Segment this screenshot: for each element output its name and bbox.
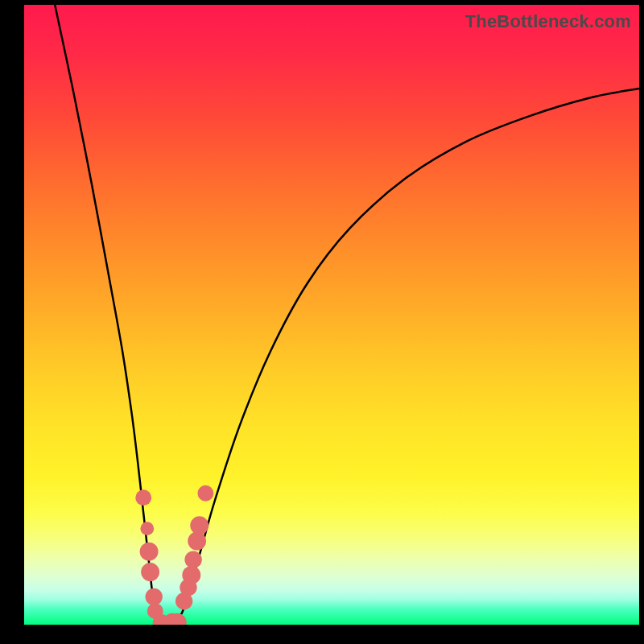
- chart-frame: TheBottleneck.com: [0, 0, 644, 644]
- plot-area: TheBottleneck.com: [24, 5, 639, 625]
- data-marker: [184, 551, 201, 568]
- data-marker: [190, 516, 208, 535]
- data-marker: [146, 588, 163, 605]
- data-marker: [188, 532, 206, 551]
- data-marker: [135, 489, 151, 506]
- data-marker: [140, 543, 159, 561]
- data-marker: [182, 566, 200, 584]
- data-marker: [141, 563, 159, 581]
- marker-group: [135, 485, 213, 625]
- chart-svg: [24, 5, 639, 625]
- data-marker: [140, 522, 154, 535]
- data-marker: [197, 485, 213, 502]
- right-curve: [171, 89, 639, 625]
- watermark-text: TheBottleneck.com: [465, 11, 631, 32]
